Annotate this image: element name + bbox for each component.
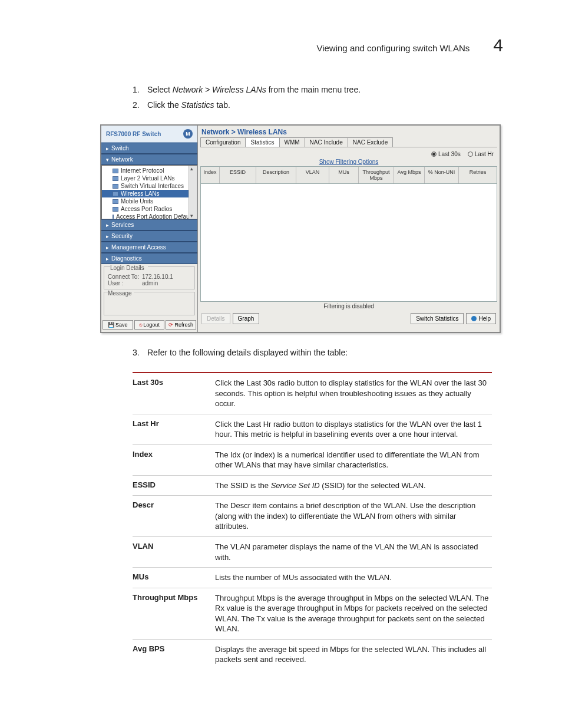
table-row: ESSIDThe SSID is the Service Set ID (SSI… [133, 475, 492, 496]
tree-access-port-adoption-defaults[interactable]: Access Port Adoption Defaults [102, 213, 197, 219]
sidebar-item-services[interactable]: ▸Services [101, 219, 197, 230]
col-non-uni[interactable]: % Non-UNI [425, 167, 459, 183]
col-essid[interactable]: ESSID [220, 167, 256, 183]
def-desc: The Idx (or index) is a numerical identi… [215, 444, 492, 475]
tree-access-port-radios[interactable]: Access Port Radios [102, 205, 197, 213]
disk-icon: 💾 [108, 322, 114, 328]
def-desc: Click the Last 30s radio button to displ… [215, 373, 492, 414]
def-term: Avg BPS [133, 639, 215, 670]
step-1: 1.Select Network > Wireless LANs from th… [133, 85, 503, 94]
tab-nac-include[interactable]: NAC Include [305, 137, 348, 147]
folder-icon [113, 192, 118, 196]
def-term: Throughput Mbps [133, 588, 215, 639]
sidebar-item-security[interactable]: ▸Security [101, 230, 197, 242]
def-term: VLAN [133, 537, 215, 568]
def-desc: The Descr item contains a brief descript… [215, 496, 492, 537]
sidebar-item-switch[interactable]: ▸Switch [101, 143, 197, 154]
radio-last-30s[interactable]: Last 30s [431, 151, 461, 157]
radio-dot-icon [468, 151, 473, 157]
table-row: MUsLists the number of MUs associated wi… [133, 568, 492, 588]
def-desc: Click the Last Hr radio button to displa… [215, 414, 492, 444]
col-throughput[interactable]: Throughput Mbps [359, 167, 394, 183]
tree-layer2-vlans[interactable]: Layer 2 Virtual LANs [102, 174, 197, 182]
definitions-table: Last 30sClick the Last 30s radio button … [133, 372, 492, 670]
def-term: Index [133, 444, 215, 475]
tab-nac-exclude[interactable]: NAC Exclude [348, 137, 393, 147]
logout-button[interactable]: ⎋Logout [134, 320, 165, 330]
def-desc: Lists the number of MUs associated with … [215, 568, 492, 588]
step-2: 2.Click the Statistics tab. [133, 100, 503, 110]
step-3: 3.Refer to the following details display… [133, 348, 503, 357]
sidebar-item-management-access[interactable]: ▸Management Access [101, 242, 197, 253]
refresh-button[interactable]: ⟳Refresh [166, 320, 196, 330]
app-screenshot: RFS7000 RF Switch M ▸Switch ▾Network Int… [100, 124, 501, 333]
login-details-box: Login Details Connect To:172.16.10.1 Use… [104, 266, 195, 289]
sidebar-item-network[interactable]: ▾Network [101, 154, 197, 165]
breadcrumb: Network > Wireless LANs [200, 127, 497, 137]
def-desc: Displays the average bit speed in Mbps f… [215, 639, 492, 670]
tree-switch-virtual-interfaces[interactable]: Switch Virtual Interfaces [102, 182, 197, 190]
tree-scrollbar[interactable] [189, 166, 197, 219]
tab-wmm[interactable]: WMM [279, 137, 305, 147]
col-vlan[interactable]: VLAN [296, 167, 329, 183]
step-list: 1.Select Network > Wireless LANs from th… [100, 85, 503, 110]
col-mus[interactable]: MUs [329, 167, 359, 183]
table-row: Throughput MbpsThroughput Mbps is the av… [133, 588, 492, 639]
folder-icon [113, 199, 118, 204]
page-title: Viewing and configuring switch WLANs [316, 43, 470, 53]
nav-tree: Internet Protocol Layer 2 Virtual LANs S… [101, 165, 197, 219]
tree-wireless-lans[interactable]: Wireless LANs [102, 190, 197, 197]
show-filtering-options-link[interactable]: Show Filtering Options [200, 159, 497, 166]
def-term: Last Hr [133, 414, 215, 444]
message-box: Message [104, 292, 195, 315]
switch-statistics-button[interactable]: Switch Statistics [411, 313, 464, 324]
logout-icon: ⎋ [139, 322, 142, 328]
table-row: DescrThe Descr item contains a brief des… [133, 496, 492, 537]
chapter-number: 4 [493, 35, 503, 55]
tab-statistics[interactable]: Statistics [245, 137, 279, 147]
filter-status: Filtering is disabled [200, 302, 497, 311]
sidebar: RFS7000 RF Switch M ▸Switch ▾Network Int… [101, 126, 198, 332]
info-icon [471, 316, 477, 321]
table-row: Last HrClick the Last Hr radio button to… [133, 414, 492, 444]
table-row: IndexThe Idx (or index) is a numerical i… [133, 444, 492, 475]
tree-internet-protocol[interactable]: Internet Protocol [102, 167, 197, 174]
def-desc: The VLAN parameter displays the name of … [215, 537, 492, 568]
tree-mobile-units[interactable]: Mobile Units [102, 197, 197, 205]
folder-icon [113, 169, 118, 173]
def-term: ESSID [133, 475, 215, 496]
folder-icon [113, 184, 118, 189]
def-desc: Throughput Mbps is the average throughpu… [215, 588, 492, 639]
table-row: Last 30sClick the Last 30s radio button … [133, 373, 492, 414]
save-button[interactable]: 💾Save [103, 320, 133, 330]
def-term: Descr [133, 496, 215, 537]
page-header: Viewing and configuring switch WLANs 4 [100, 35, 503, 55]
folder-icon [113, 176, 118, 181]
refresh-icon: ⟳ [168, 322, 173, 328]
table-row: VLANThe VLAN parameter displays the name… [133, 537, 492, 568]
col-index[interactable]: Index [201, 167, 220, 183]
col-avg-mbps[interactable]: Avg Mbps [394, 167, 425, 183]
tab-configuration[interactable]: Configuration [200, 137, 246, 147]
folder-icon [113, 215, 114, 219]
def-term: MUs [133, 568, 215, 588]
details-button[interactable]: Details [201, 313, 230, 324]
stats-table: Index ESSID Description VLAN MUs Through… [200, 166, 497, 302]
logo-icon: M [183, 129, 193, 139]
def-desc: The SSID is the Service Set ID (SSID) fo… [215, 475, 492, 496]
folder-icon [113, 207, 118, 212]
col-retries[interactable]: Retries [459, 167, 497, 183]
table-row: Avg BPSDisplays the average bit speed in… [133, 639, 492, 670]
def-term: Last 30s [133, 373, 215, 414]
sidebar-item-diagnostics[interactable]: ▸Diagnostics [101, 253, 197, 264]
product-title: RFS7000 RF Switch M [101, 126, 197, 143]
radio-last-hr[interactable]: Last Hr [468, 151, 494, 157]
table-body [201, 184, 497, 301]
graph-button[interactable]: Graph [233, 313, 260, 324]
tab-bar: Configuration Statistics WMM NAC Include… [200, 137, 497, 147]
radio-dot-icon [431, 151, 437, 157]
help-button[interactable]: Help [466, 313, 496, 324]
col-description[interactable]: Description [256, 167, 296, 183]
main-panel: Network > Wireless LANs Configuration St… [198, 126, 500, 332]
